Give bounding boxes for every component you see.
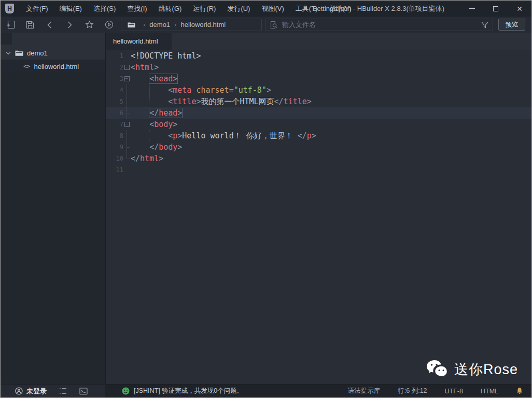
fold-guide xyxy=(123,50,131,62)
menu-item-0[interactable]: 文件(F) xyxy=(20,1,54,17)
close-icon: ✕ xyxy=(516,5,523,12)
new-file-button[interactable] xyxy=(1,17,20,33)
indent-guide xyxy=(149,84,150,96)
forward-button[interactable] xyxy=(60,17,79,33)
code-line-8[interactable]: 8 <p>Hello world！ 你好，世界！ </p> xyxy=(106,130,531,141)
menu-item-5[interactable]: 运行(R) xyxy=(187,1,221,17)
folder-icon xyxy=(128,22,135,28)
menu-item-4[interactable]: 跳转(G) xyxy=(153,1,188,17)
code-line-9[interactable]: 9 </body> xyxy=(106,141,531,153)
editor-pane: helloworld.html 1<!DOCTYPE html>2<html>3… xyxy=(105,33,531,384)
code-text: </body> xyxy=(131,141,182,153)
line-number: 8 xyxy=(106,130,123,141)
back-button[interactable] xyxy=(40,17,60,33)
run-button[interactable] xyxy=(99,17,119,33)
line-number: 5 xyxy=(106,96,123,107)
code-line-10[interactable]: 10</html> xyxy=(106,153,531,164)
toolbar: › demo1 › helloworld.html 输入文件名 预览 xyxy=(1,17,531,33)
login-status[interactable]: 未登录 xyxy=(15,387,47,396)
statusbar: 未登录 [JSHINT] 验证完成，共发现0个问题。 语法提示库 行:6 列:1… xyxy=(1,384,531,397)
play-circle-icon xyxy=(105,20,114,29)
matching-tag-highlight: </head> xyxy=(149,108,182,118)
breadcrumb: › demo1 › helloworld.html xyxy=(121,19,262,31)
fold-guide xyxy=(123,153,131,164)
file-search-icon xyxy=(270,21,278,29)
cursor-position[interactable]: 行:6 列:12 xyxy=(398,387,427,395)
menu-item-7[interactable]: 视图(V) xyxy=(256,1,289,17)
code-text: <html> xyxy=(131,62,159,73)
close-button[interactable]: ✕ xyxy=(508,1,531,17)
language-mode-selector[interactable]: HTML xyxy=(481,388,498,395)
menu-item-3[interactable]: 查找(I) xyxy=(121,1,152,17)
line-number: 1 xyxy=(106,50,123,62)
main-area: demo1 <> helloworld.html helloworld.html… xyxy=(1,33,531,384)
tree-item-project[interactable]: demo1 xyxy=(1,46,105,60)
hbuilder-logo-icon: H xyxy=(5,4,14,13)
chevron-down-icon[interactable] xyxy=(6,51,13,55)
titlebar: H 文件(F)编辑(E)选择(S)查找(I)跳转(G)运行(R)发行(U)视图(… xyxy=(1,1,531,17)
preview-button[interactable]: 预览 xyxy=(498,19,525,31)
code-line-1[interactable]: 1<!DOCTYPE html> xyxy=(106,50,531,62)
outline-button[interactable] xyxy=(59,388,67,394)
maximize-button[interactable] xyxy=(484,1,508,17)
menu-item-1[interactable]: 编辑(E) xyxy=(54,1,88,17)
code-editor[interactable]: 1<!DOCTYPE html>2<html>3 <head>4 <meta c… xyxy=(106,50,531,384)
code-line-5[interactable]: 5 <title>我的第一个HTML网页</title> xyxy=(106,96,531,107)
bell-icon xyxy=(516,387,523,395)
list-icon xyxy=(59,388,67,394)
bookmark-button[interactable] xyxy=(79,17,99,33)
chevron-left-icon xyxy=(46,21,53,29)
line-number: 10 xyxy=(106,153,123,164)
lint-message: [JSHINT] 验证完成，共发现0个问题。 xyxy=(134,387,243,395)
indent-guide xyxy=(149,130,150,141)
window-controls: ✕ xyxy=(460,1,531,17)
star-icon xyxy=(85,20,94,29)
smiley-ok-icon xyxy=(122,387,130,395)
fold-toggle-icon[interactable] xyxy=(123,73,131,84)
code-line-7[interactable]: 7 <body> xyxy=(106,119,531,130)
notifications-button[interactable] xyxy=(516,387,523,395)
code-line-2[interactable]: 2<html> xyxy=(106,62,531,73)
watermark: 送你Rose xyxy=(425,359,518,380)
folder-icon xyxy=(15,50,23,56)
indent-guide xyxy=(149,96,150,107)
project-explorer-header: demo1 xyxy=(1,33,105,60)
statusbar-right: 语法提示库 行:6 列:12 UTF-8 HTML xyxy=(348,387,531,395)
menu-item-6[interactable]: 发行(U) xyxy=(221,1,256,17)
fold-toggle-icon[interactable] xyxy=(123,119,131,130)
code-text: <title>我的第一个HTML网页</title> xyxy=(131,96,312,107)
sidebar-corner xyxy=(1,33,12,45)
code-text: </head> xyxy=(131,107,182,119)
code-line-4[interactable]: 4 <meta charset="utf-8"> xyxy=(106,84,531,96)
minimize-button[interactable] xyxy=(460,1,484,17)
syntax-library-button[interactable]: 语法提示库 xyxy=(348,387,381,395)
tab-helloworld[interactable]: helloworld.html xyxy=(106,33,172,50)
html-file-icon: <> xyxy=(23,63,30,70)
fold-guide xyxy=(123,164,131,176)
tree-item-file-selected[interactable]: <> helloworld.html xyxy=(1,60,105,73)
code-text: <head> xyxy=(131,73,177,84)
breadcrumb-project[interactable]: demo1 xyxy=(149,21,170,29)
breadcrumb-file[interactable]: helloworld.html xyxy=(180,21,226,29)
encoding-selector[interactable]: UTF-8 xyxy=(445,388,463,395)
line-number: 4 xyxy=(106,84,123,96)
code-line-6[interactable]: 6 </head> xyxy=(106,107,531,119)
code-text: <body> xyxy=(131,119,177,130)
filter-button[interactable] xyxy=(481,21,488,29)
code-line-3[interactable]: 3 <head> xyxy=(106,73,531,84)
menu-item-2[interactable]: 选择(S) xyxy=(88,1,121,17)
fold-guide xyxy=(123,84,131,96)
fold-guide xyxy=(123,107,131,119)
watermark-text: 送你Rose xyxy=(454,360,518,379)
minimize-icon xyxy=(469,8,475,9)
filename-search-input[interactable]: 输入文件名 xyxy=(265,19,493,31)
new-file-icon xyxy=(6,20,15,29)
code-line-11[interactable]: 11 xyxy=(106,164,531,176)
console-button[interactable] xyxy=(79,388,88,395)
tabbar: helloworld.html xyxy=(106,33,531,50)
lint-status[interactable]: [JSHINT] 验证完成，共发现0个问题。 xyxy=(122,387,243,395)
login-label: 未登录 xyxy=(26,387,47,396)
fold-guide xyxy=(123,141,131,153)
save-button[interactable] xyxy=(20,17,40,33)
fold-toggle-icon[interactable] xyxy=(123,62,131,73)
